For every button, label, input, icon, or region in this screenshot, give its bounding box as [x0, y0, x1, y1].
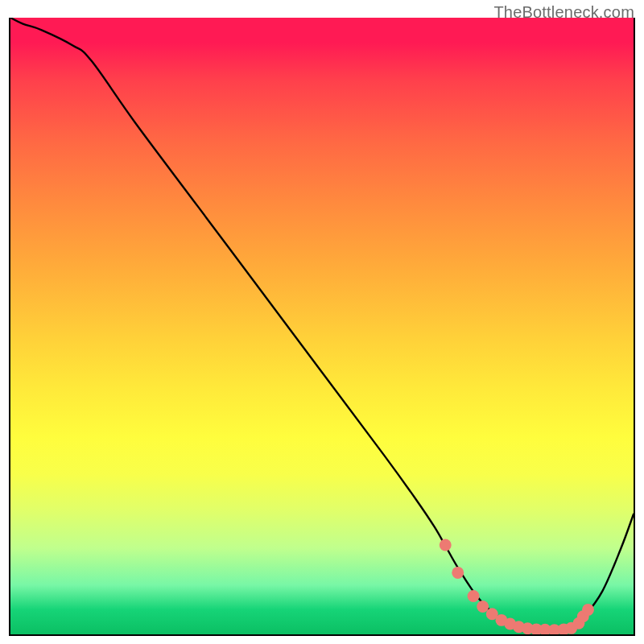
optimal-range-dots: [10, 18, 634, 634]
marker-dot: [452, 567, 464, 579]
marker-dot: [468, 590, 480, 602]
marker-dot: [477, 601, 489, 613]
plot-area: [9, 18, 635, 636]
marker-dot: [582, 604, 594, 616]
marker-dot: [440, 539, 452, 551]
chart-frame: TheBottleneck.com: [0, 0, 644, 644]
watermark-text: TheBottleneck.com: [493, 3, 634, 22]
